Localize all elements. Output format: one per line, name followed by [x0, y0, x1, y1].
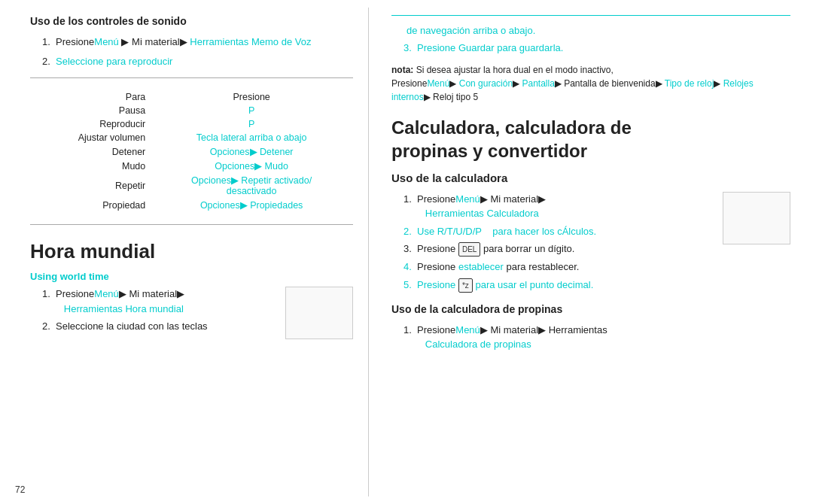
table-cell-key: Presione — [150, 90, 353, 104]
divider1 — [30, 77, 353, 78]
table-cell-action: Repetir — [30, 173, 150, 198]
calc-step4: 4. Presione establecer para restablecer. — [391, 260, 715, 275]
hw-step1: 1. PresioneMenú▶ Mi material▶ Herramient… — [30, 287, 278, 316]
table-cell-action: Reproducir — [30, 117, 150, 131]
table-row: Para Presione — [30, 90, 353, 104]
table-row: Repetir Opciones▶ Repetir activado/desac… — [30, 173, 353, 198]
hora-mundial-heading: Hora mundial — [30, 240, 353, 263]
controls-table: Para Presione Pausa P Reproducir P Ajust… — [30, 90, 353, 212]
page-number: 72 — [15, 484, 25, 495]
nav-line: de navegación arriba o abajo. — [391, 25, 790, 36]
world-time-thumbnail — [285, 287, 353, 339]
divider2 — [30, 224, 353, 225]
uso-calc-heading: Uso de la calculadora — [391, 172, 790, 184]
table-row: Mudo Opciones▶ Mudo — [30, 159, 353, 173]
step2-num: 2. — [42, 54, 53, 69]
step1-num: 1. — [42, 35, 53, 50]
sound-controls-heading: Uso de los controles de sonido — [30, 15, 353, 27]
z-key: *z — [458, 278, 473, 293]
calc-section: 1. PresioneMenú▶ Mi material▶ Herramient… — [391, 192, 790, 293]
table-row: Reproducir P — [30, 117, 353, 131]
table-cell-action: Detener — [30, 144, 150, 159]
right-step3: 3. Presione Guardar para guardarla. — [391, 41, 790, 56]
table-cell-key: P — [150, 117, 353, 131]
table-row: Propiedad Opciones▶ Propiedades — [30, 198, 353, 212]
sound-step2: 2. Seleccione para reproducir — [30, 54, 353, 69]
note-block: nota: Si desea ajustar la hora dual en e… — [391, 63, 790, 104]
table-cell-action: Para — [30, 90, 150, 104]
top-border — [391, 15, 790, 16]
del-key: DEL — [458, 242, 480, 257]
table-row: Ajustar volumen Tecla lateral arriba o a… — [30, 131, 353, 144]
calculadora-heading: Calculadora, calculadora depropinas y co… — [391, 116, 790, 162]
right-column: de navegación arriba o abajo. 3. Presion… — [369, 8, 813, 496]
calc-step1: 1. PresioneMenú▶ Mi material▶ Herramient… — [391, 192, 715, 221]
left-column: Uso de los controles de sonido 1. Presio… — [0, 8, 369, 496]
table-cell-key: Opciones▶ Propiedades — [150, 198, 353, 212]
table-cell-key: Opciones▶ Detener — [150, 144, 353, 159]
calc-step2: 2. Use R/T/U/D/P para hacer los cÁlculos… — [391, 224, 715, 239]
sound-step1: 1. PresioneMenú ▶ Mi material▶ Herramien… — [30, 35, 353, 50]
hw-step2: 2. Seleccione la ciudad con las teclas — [30, 319, 278, 334]
table-cell-action: Pausa — [30, 104, 150, 117]
calc-step3: 3. Presione DEL para borrar un dígito. — [391, 241, 715, 257]
world-time-steps: 1. PresioneMenú▶ Mi material▶ Herramient… — [30, 287, 278, 334]
table-cell-key: Opciones▶ Repetir activado/desactivado — [150, 173, 353, 198]
calc-step5: 5. Presione *z para usar el punto decima… — [391, 278, 715, 293]
table-cell-action: Propiedad — [30, 198, 150, 212]
table-row: Detener Opciones▶ Detener — [30, 144, 353, 159]
table-cell-action: Ajustar volumen — [30, 131, 150, 144]
world-time-section: 1. PresioneMenú▶ Mi material▶ Herramient… — [30, 287, 353, 339]
using-world-time-label: Using world time — [30, 271, 353, 282]
table-row: Pausa P — [30, 104, 353, 117]
table-cell-key: P — [150, 104, 353, 117]
table-cell-key: Tecla lateral arriba o abajo — [150, 131, 353, 144]
prop-step1: 1. PresioneMenú▶ Mi material▶ Herramient… — [391, 323, 790, 352]
calc-steps: 1. PresioneMenú▶ Mi material▶ Herramient… — [391, 192, 715, 293]
uso-prop-heading: Uso de la calculadora de propinas — [391, 303, 790, 315]
table-cell-key: Opciones▶ Mudo — [150, 159, 353, 173]
table-cell-action: Mudo — [30, 159, 150, 173]
calc-thumbnail — [723, 192, 790, 244]
step1-content: PresioneMenú ▶ Mi material▶ Herramientas… — [56, 35, 311, 50]
